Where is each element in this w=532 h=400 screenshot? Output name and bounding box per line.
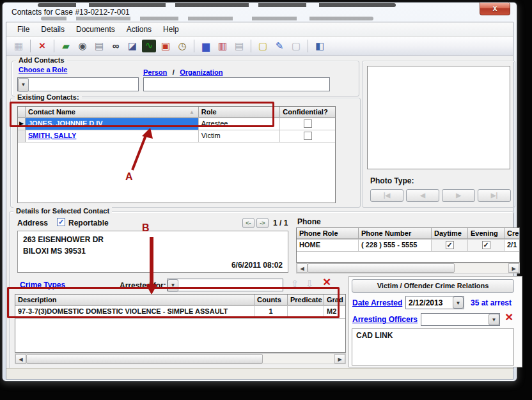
case-book-icon[interactable]: ▰ — [59, 40, 73, 52]
person-org-separator: / — [173, 68, 175, 76]
organization-link[interactable]: Organization — [180, 68, 223, 76]
exit-door-icon[interactable]: ◧ — [313, 40, 327, 52]
col-daytime[interactable]: Daytime — [432, 228, 468, 239]
move-down-icon[interactable]: ⇩ — [306, 278, 314, 289]
police-cap-icon[interactable]: ▆ — [199, 40, 213, 52]
crime-scroll-thumb[interactable] — [26, 354, 263, 364]
sort-ascending-icon: ▲ — [189, 109, 194, 115]
date-arrested-link[interactable]: Date Arrested — [352, 298, 402, 307]
menu-actions[interactable]: Actions — [121, 23, 157, 36]
close-button[interactable]: x — [480, 3, 510, 15]
add-contacts-group: Add Contacts Choose a Role Person / Orga… — [12, 61, 359, 96]
edit-note-icon[interactable]: ✎ — [272, 40, 286, 52]
phone-row[interactable]: HOME ( 228 ) 555 - 5555 ✓ ✓ 2/1 — [297, 240, 519, 252]
contact-row-jones[interactable]: ▶ JONES, JOHNNIE D IV Arrestee — [18, 118, 335, 130]
col-phone-role[interactable]: Phone Role — [297, 228, 359, 239]
victim-offender-relations-button[interactable]: Victim / Offender Crime Relations — [352, 279, 514, 293]
camera-icon[interactable]: ◉ — [75, 40, 90, 52]
arresting-officers-value — [421, 314, 489, 325]
scroll-right-icon[interactable]: ▶ — [334, 354, 345, 364]
scanner-icon[interactable]: ▤ — [92, 40, 106, 52]
delete-icon[interactable]: × — [35, 40, 49, 52]
date-arrested-value: 2/12/2013 — [406, 296, 453, 309]
photo-prev-button[interactable]: ◀ — [406, 189, 439, 202]
contact-name-link: JONES, JOHNNIE D IV — [28, 119, 103, 127]
prev-arrow-icon: <- — [246, 220, 251, 226]
daytime-checkbox[interactable]: ✓ — [446, 241, 454, 249]
dropdown-arrow-icon[interactable]: ▼ — [168, 279, 178, 292]
report-clipboard-icon[interactable]: ▥ — [215, 40, 230, 52]
contact-row-smith[interactable]: SMITH, SALLY Victim — [18, 130, 335, 142]
scroll-left-icon[interactable]: ◀ — [297, 263, 308, 273]
photo-first-button[interactable]: |◀ — [370, 189, 403, 202]
arresting-officers-dropdown[interactable]: ▼ — [421, 313, 500, 326]
first-record-icon: |◀ — [384, 192, 391, 199]
confidential-checkbox[interactable] — [304, 132, 312, 140]
confidential-checkbox[interactable] — [304, 119, 312, 128]
delete-crime-icon[interactable]: × — [323, 276, 331, 288]
arrested-for-dropdown[interactable]: ▼ — [167, 279, 283, 291]
watch-icon[interactable]: ◷ — [175, 40, 189, 52]
delete-officer-icon[interactable]: × — [505, 311, 513, 323]
col-evening[interactable]: Evening — [468, 228, 505, 239]
address-next-button[interactable]: -> — [256, 218, 269, 228]
col-description[interactable]: Description — [15, 295, 254, 305]
print-report-icon: ▤ — [232, 40, 246, 52]
crime-grid-header: Description Counts Predicate Grad — [15, 295, 345, 306]
col-predicate[interactable]: Predicate — [288, 295, 324, 305]
col-contact-name[interactable]: Contact Name▲ — [26, 107, 199, 118]
address-line2: BILOXI MS 39531 — [23, 247, 86, 256]
phone-scrollbar[interactable]: ◀ ▶ — [296, 263, 520, 273]
photo-next-button[interactable]: ▶ — [442, 189, 475, 202]
choose-a-role-link[interactable]: Choose a Role — [19, 66, 67, 73]
col-counts[interactable]: Counts — [254, 295, 288, 305]
scroll-right-icon[interactable]: ▶ — [508, 263, 519, 273]
menu-documents[interactable]: Documents — [70, 23, 121, 36]
scroll-left-icon[interactable]: ◀ — [15, 354, 26, 364]
sticky-note-icon[interactable]: ▢ — [256, 40, 270, 52]
col-role[interactable]: Role — [199, 107, 281, 118]
menu-bar: File Details Documents Actions Help — [6, 22, 513, 37]
clothing-icon[interactable]: ◪ — [125, 40, 139, 52]
reportable-checkbox[interactable]: ✓ — [57, 218, 65, 226]
status-bar — [6, 368, 513, 379]
glasses-icon[interactable]: ∞ — [109, 40, 123, 52]
dropdown-arrow-icon[interactable]: ▼ — [489, 314, 499, 325]
arresting-officers-link[interactable]: Arresting Officers — [352, 315, 418, 324]
role-dropdown[interactable]: ▼ — [17, 77, 139, 91]
contact-name-cell[interactable]: SMITH, SALLY — [26, 130, 199, 142]
col-grade[interactable]: Grad — [324, 295, 345, 305]
phone-number-cell: ( 228 ) 555 - 5555 — [359, 240, 432, 251]
photo-last-button[interactable]: ▶| — [478, 189, 511, 202]
address-label: Address — [17, 219, 48, 227]
phone-label: Phone — [297, 217, 321, 226]
col-confidential[interactable]: Confidential? — [280, 107, 335, 118]
address-prev-button[interactable]: <- — [242, 218, 254, 228]
contact-name-cell[interactable]: JONES, JOHNNIE D IV — [26, 118, 199, 130]
menu-details[interactable]: Details — [35, 23, 70, 36]
phone-scroll-thumb[interactable] — [308, 263, 455, 273]
dropdown-arrow-icon[interactable]: ▼ — [453, 296, 464, 309]
crime-row[interactable]: 97-3-7(3)DOMESTIC DOMESTIC VIOLENCE - SI… — [15, 306, 345, 319]
person-organization-input[interactable] — [143, 77, 330, 91]
evening-checkbox[interactable]: ✓ — [482, 241, 490, 249]
daytime-cell: ✓ — [432, 240, 468, 251]
dropdown-arrow-icon[interactable]: ▼ — [18, 78, 29, 92]
confidential-cell — [280, 118, 335, 130]
crime-scrollbar[interactable]: ◀ ▶ — [15, 353, 346, 364]
vehicle-icon[interactable]: ▣ — [159, 40, 173, 52]
crime-types-link[interactable]: Crime Types — [20, 281, 65, 289]
move-up-icon[interactable]: ⇧ — [291, 278, 299, 289]
menu-help[interactable]: Help — [157, 23, 185, 36]
col-created[interactable]: Cre — [505, 228, 519, 239]
person-link[interactable]: Person — [143, 68, 167, 76]
arrested-for-label: Arrested for: — [120, 281, 166, 290]
crime-counts-cell: 1 — [254, 306, 288, 318]
created-cell: 2/1 — [505, 240, 519, 251]
date-arrested-dropdown[interactable]: 2/12/2013 ▼ — [405, 296, 464, 309]
title-bar[interactable]: Contacts for Case #13-0212-7-001 x — [3, 3, 517, 22]
activity-monitor-icon[interactable]: ∿ — [142, 40, 156, 52]
col-phone-number[interactable]: Phone Number — [359, 228, 432, 239]
row-selector-arrow-icon: ▶ — [18, 118, 26, 130]
menu-file[interactable]: File — [12, 23, 35, 36]
